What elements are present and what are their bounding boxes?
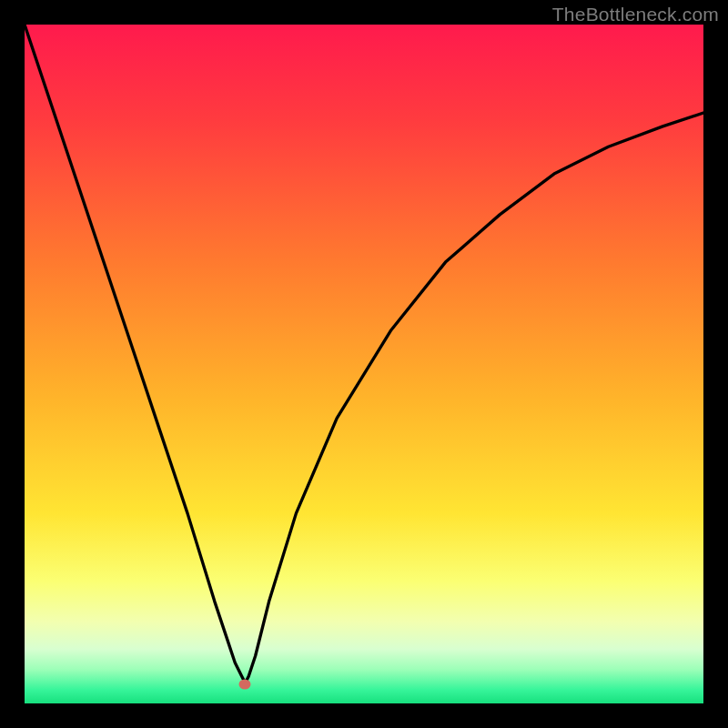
optimal-point-marker (239, 680, 251, 690)
chart-frame: TheBottleneck.com (0, 0, 728, 728)
plot-area (25, 25, 703, 703)
bottleneck-curve (25, 25, 703, 703)
watermark-text: TheBottleneck.com (552, 4, 719, 25)
